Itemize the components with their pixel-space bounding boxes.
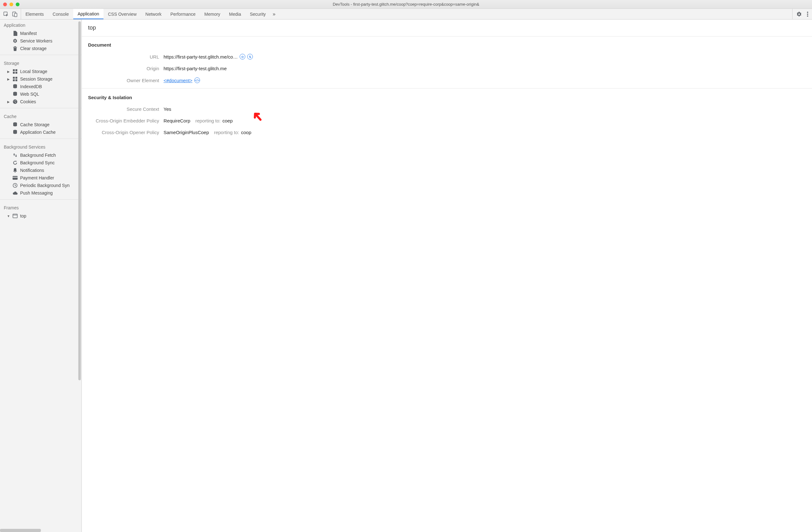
copy-icon[interactable]: ⊖ — [240, 54, 245, 59]
sidebar-item-frame-top[interactable]: ▼ top — [0, 212, 82, 220]
sidebar-item-label: Cache Storage — [20, 122, 49, 127]
window-close-button[interactable] — [3, 2, 7, 6]
svg-rect-22 — [13, 176, 18, 180]
svg-rect-6 — [13, 69, 15, 71]
section-document: Document URL https://first-party-test.gl… — [82, 37, 812, 88]
row-url: URL https://first-party-test.glitch.me/c… — [88, 51, 806, 62]
sidebar-item-label: top — [20, 213, 26, 219]
updown-icon — [13, 153, 18, 158]
sidebar-item-label: Background Sync — [20, 160, 55, 165]
link-owner-element[interactable]: <#document> — [163, 78, 192, 83]
sidebar-item-notifications[interactable]: Notifications — [0, 167, 82, 174]
section-security: Security & Isolation Secure Context Yes … — [82, 88, 812, 140]
svg-rect-7 — [15, 69, 17, 71]
sidebar-item-label: Service Workers — [20, 38, 52, 43]
svg-rect-11 — [15, 77, 17, 79]
device-toggle-icon[interactable] — [12, 11, 18, 17]
sidebar-scrollbar[interactable] — [78, 22, 81, 380]
sidebar-item-label: Notifications — [20, 168, 44, 173]
database-icon — [13, 92, 18, 97]
tab-security[interactable]: Security — [245, 9, 270, 19]
sidebar-item-indexeddb[interactable]: IndexedDB — [0, 83, 82, 90]
gear-icon — [13, 38, 18, 43]
svg-rect-8 — [13, 72, 15, 74]
svg-rect-12 — [13, 79, 15, 81]
sidebar: Application Manifest Service Workers Cle… — [0, 19, 82, 532]
reveal-icon[interactable]: ⇅ — [247, 54, 253, 59]
tab-css-overview[interactable]: CSS Overview — [103, 9, 141, 19]
sidebar-item-label: Application Cache — [20, 130, 56, 135]
sidebar-item-websql[interactable]: Web SQL — [0, 90, 82, 98]
value-coep-reporting: coep — [222, 118, 233, 123]
sidebar-item-manifest[interactable]: Manifest — [0, 30, 82, 37]
value-url: https://first-party-test.glitch.me/co… — [163, 54, 238, 59]
sidebar-item-cache-storage[interactable]: Cache Storage — [0, 121, 82, 128]
tab-media[interactable]: Media — [224, 9, 245, 19]
tab-application[interactable]: Application — [73, 9, 104, 19]
value-coop-reporting: coop — [241, 130, 251, 135]
svg-rect-25 — [13, 214, 17, 218]
sync-icon — [13, 160, 18, 165]
svg-rect-23 — [13, 177, 18, 178]
sidebar-group-frames: Frames — [0, 202, 82, 212]
sidebar-horizontal-scrollbar[interactable] — [0, 529, 41, 532]
svg-point-16 — [13, 99, 17, 104]
sidebar-item-background-sync[interactable]: Background Sync — [0, 159, 82, 167]
window-title: DevTools - first-party-test.glitch.me/co… — [0, 2, 812, 6]
reveal-element-icon[interactable]: </> — [194, 78, 200, 83]
sidebar-item-label: Push Messaging — [20, 191, 53, 195]
kebab-menu-icon[interactable] — [807, 12, 808, 17]
label-origin: Origin — [88, 66, 163, 71]
sidebar-item-label: Manifest — [20, 31, 37, 36]
tab-memory[interactable]: Memory — [200, 9, 225, 19]
svg-point-4 — [807, 14, 808, 15]
sidebar-item-cookies[interactable]: ▶ Cookies — [0, 98, 82, 106]
window-icon — [13, 213, 18, 219]
section-heading: Security & Isolation — [88, 95, 806, 100]
window-minimize-button[interactable] — [10, 2, 13, 6]
sidebar-item-background-fetch[interactable]: Background Fetch — [0, 151, 82, 159]
window-zoom-button[interactable] — [16, 2, 19, 6]
svg-rect-9 — [15, 72, 17, 74]
more-tabs-icon[interactable]: » — [270, 11, 278, 17]
value-origin: https://first-party-test.glitch.me — [163, 66, 227, 71]
sidebar-item-service-workers[interactable]: Service Workers — [0, 37, 82, 45]
sidebar-item-label: Payment Handler — [20, 175, 54, 180]
devtools-tabstrip: Elements Console Application CSS Overvie… — [0, 9, 812, 19]
sidebar-item-application-cache[interactable]: Application Cache — [0, 128, 82, 136]
database-icon — [13, 122, 18, 127]
svg-point-5 — [807, 15, 808, 17]
sidebar-item-local-storage[interactable]: ▶ Local Storage — [0, 68, 82, 75]
page-title: top — [82, 19, 812, 37]
row-owner-element: Owner Element <#document> </> — [88, 74, 806, 86]
tab-network[interactable]: Network — [141, 9, 166, 19]
section-heading: Document — [88, 42, 806, 47]
database-icon — [13, 84, 18, 89]
settings-gear-icon[interactable] — [796, 11, 802, 17]
expand-arrow-icon: ▶ — [7, 70, 10, 73]
cloud-icon — [13, 191, 18, 195]
card-icon — [13, 175, 18, 180]
row-origin: Origin https://first-party-test.glitch.m… — [88, 62, 806, 74]
sidebar-item-clear-storage[interactable]: Clear storage — [0, 45, 82, 52]
inspect-icon[interactable] — [3, 11, 9, 17]
tab-performance[interactable]: Performance — [166, 9, 200, 19]
tab-elements[interactable]: Elements — [21, 9, 48, 19]
tab-console[interactable]: Console — [48, 9, 73, 19]
sidebar-item-session-storage[interactable]: ▶ Session Storage — [0, 75, 82, 83]
svg-point-3 — [807, 12, 808, 13]
traffic-lights — [0, 2, 19, 6]
sidebar-item-label: IndexedDB — [20, 84, 42, 89]
file-icon — [13, 31, 18, 36]
grid-icon — [13, 76, 18, 82]
svg-point-18 — [15, 100, 16, 101]
svg-point-19 — [15, 102, 16, 103]
row-secure-context: Secure Context Yes — [88, 103, 806, 115]
sidebar-item-push-messaging[interactable]: Push Messaging — [0, 189, 82, 197]
reporting-prefix: reporting to: — [214, 130, 239, 135]
sidebar-item-periodic-background-sync[interactable]: Periodic Background Syn — [0, 182, 82, 189]
grid-icon — [13, 69, 18, 74]
sidebar-group-cache: Cache — [0, 111, 82, 121]
sidebar-item-label: Web SQL — [20, 92, 39, 97]
sidebar-item-payment-handler[interactable]: Payment Handler — [0, 174, 82, 182]
